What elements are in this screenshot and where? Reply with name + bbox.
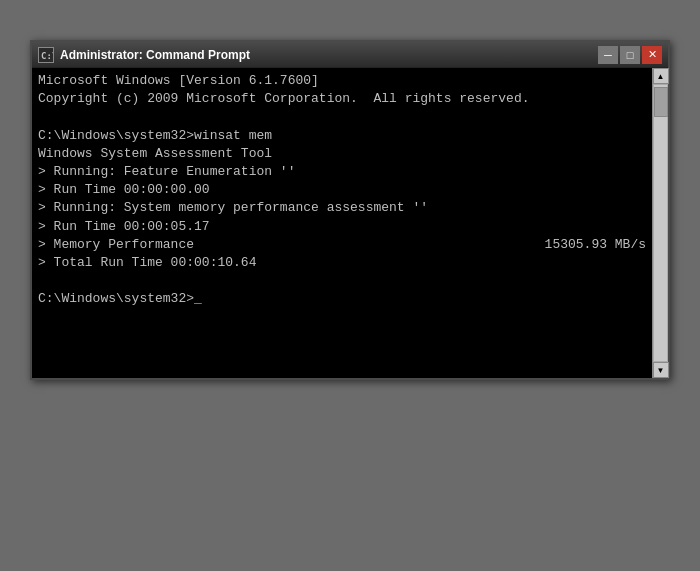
memory-label: > Memory Performance — [38, 236, 194, 254]
output-line-1: Microsoft Windows [Version 6.1.7600] — [38, 72, 646, 90]
output-line-5: Windows System Assessment Tool — [38, 145, 646, 163]
output-line-10: > Memory Performance 15305.93 MB/s — [38, 236, 646, 254]
title-bar: C:\ Administrator: Command Prompt ─ □ ✕ — [32, 42, 668, 68]
title-bar-left: C:\ Administrator: Command Prompt — [38, 47, 250, 63]
minimize-button[interactable]: ─ — [598, 46, 618, 64]
scroll-down-arrow[interactable]: ▼ — [653, 362, 669, 378]
output-line-9: > Run Time 00:00:05.17 — [38, 218, 646, 236]
terminal-output[interactable]: Microsoft Windows [Version 6.1.7600] Cop… — [32, 68, 652, 378]
scrollbar[interactable]: ▲ ▼ — [652, 68, 668, 378]
window-title: Administrator: Command Prompt — [60, 48, 250, 62]
scroll-track[interactable] — [653, 84, 668, 362]
output-line-11: > Total Run Time 00:00:10.64 — [38, 254, 646, 272]
maximize-button[interactable]: □ — [620, 46, 640, 64]
output-line-13: C:\Windows\system32>_ — [38, 290, 646, 308]
output-line-6: > Running: Feature Enumeration '' — [38, 163, 646, 181]
scroll-up-arrow[interactable]: ▲ — [653, 68, 669, 84]
terminal-wrapper: Microsoft Windows [Version 6.1.7600] Cop… — [32, 68, 668, 378]
output-line-2: Copyright (c) 2009 Microsoft Corporation… — [38, 90, 646, 108]
output-line-3 — [38, 108, 646, 126]
close-button[interactable]: ✕ — [642, 46, 662, 64]
memory-value: 15305.93 MB/s — [545, 236, 646, 254]
window-controls: ─ □ ✕ — [598, 46, 662, 64]
svg-text:C:\: C:\ — [41, 51, 53, 61]
command-prompt-window: C:\ Administrator: Command Prompt ─ □ ✕ … — [30, 40, 670, 380]
output-line-12 — [38, 272, 646, 290]
output-line-8: > Running: System memory performance ass… — [38, 199, 646, 217]
output-line-4: C:\Windows\system32>winsat mem — [38, 127, 646, 145]
output-line-7: > Run Time 00:00:00.00 — [38, 181, 646, 199]
cmd-icon: C:\ — [38, 47, 54, 63]
scroll-thumb[interactable] — [654, 87, 668, 117]
